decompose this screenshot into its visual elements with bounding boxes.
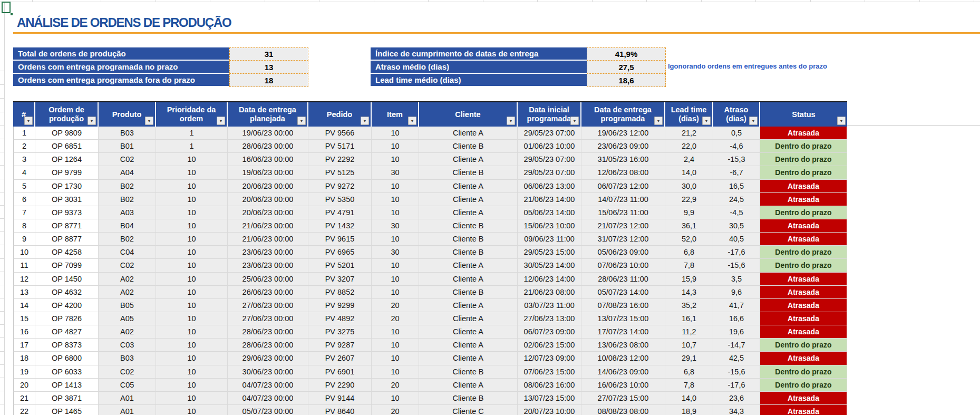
table-cell[interactable]: 11,2 bbox=[665, 325, 713, 339]
table-cell[interactable]: 20 bbox=[372, 312, 419, 325]
table-cell[interactable]: 28/06/23 00:00 bbox=[228, 140, 308, 153]
table-cell[interactable]: 19 bbox=[13, 365, 35, 379]
table-cell[interactable]: 10 bbox=[372, 325, 419, 339]
table-cell[interactable]: 1 bbox=[156, 127, 228, 140]
status-cell[interactable]: Atrasada bbox=[760, 325, 847, 339]
table-cell[interactable]: 14,0 bbox=[665, 166, 713, 179]
status-cell[interactable]: Dentro do prazo bbox=[760, 365, 847, 379]
table-cell[interactable]: 29/06/23 00:00 bbox=[228, 352, 308, 365]
status-cell[interactable]: Atrasada bbox=[760, 405, 847, 415]
table-cell[interactable]: 10 bbox=[372, 127, 419, 140]
table-cell[interactable]: OP 8771 bbox=[35, 219, 99, 233]
table-cell[interactable]: OP 1730 bbox=[35, 180, 99, 193]
table-cell[interactable]: 21,2 bbox=[665, 127, 713, 140]
table-cell[interactable]: 20 bbox=[13, 379, 35, 392]
table-cell[interactable]: 10 bbox=[156, 180, 228, 193]
table-cell[interactable]: OP 1264 bbox=[35, 153, 99, 166]
table-cell[interactable]: Cliente A bbox=[419, 299, 518, 312]
table-cell[interactable]: 6,8 bbox=[665, 365, 713, 379]
status-cell[interactable]: Atrasada bbox=[760, 233, 847, 246]
table-cell[interactable]: 29/05/23 15:00 bbox=[518, 246, 581, 259]
table-cell[interactable]: 1 bbox=[13, 127, 35, 140]
table-cell[interactable]: 10 bbox=[372, 153, 419, 166]
table-cell[interactable]: 10 bbox=[156, 246, 228, 259]
table-cell[interactable]: 08/06/23 16:00 bbox=[518, 379, 581, 392]
table-cell[interactable]: A02 bbox=[99, 273, 156, 286]
table-cell[interactable]: 24,5 bbox=[713, 193, 760, 206]
table-cell[interactable]: C02 bbox=[99, 153, 156, 166]
table-cell[interactable]: OP 4200 bbox=[35, 299, 99, 312]
table-cell[interactable]: C02 bbox=[99, 365, 156, 379]
table-cell[interactable]: PV 9144 bbox=[308, 392, 372, 405]
table-cell[interactable]: 35,2 bbox=[665, 299, 713, 312]
table-cell[interactable]: 13 bbox=[13, 286, 35, 299]
table-cell[interactable]: 29/05/23 07:00 bbox=[518, 166, 581, 179]
summary-value[interactable]: 13 bbox=[229, 60, 308, 74]
table-cell[interactable]: 10 bbox=[372, 365, 419, 379]
table-cell[interactable]: 07/08/23 16:00 bbox=[581, 299, 665, 312]
table-cell[interactable]: 18 bbox=[13, 352, 35, 365]
table-cell[interactable]: 20/07/23 10:00 bbox=[518, 405, 581, 415]
table-cell[interactable]: 31/07/23 12:00 bbox=[581, 233, 665, 246]
status-cell[interactable]: Atrasada bbox=[760, 392, 847, 405]
filter-dropdown-icon[interactable]: ▼ bbox=[837, 117, 846, 125]
table-cell[interactable]: 08/08/23 08:00 bbox=[581, 405, 665, 415]
table-cell[interactable]: B02 bbox=[99, 233, 156, 246]
table-cell[interactable]: 19/06/23 12:00 bbox=[581, 127, 665, 140]
table-cell[interactable]: PV 1432 bbox=[308, 219, 372, 233]
table-cell[interactable]: Cliente A bbox=[419, 339, 518, 352]
table-cell[interactable]: PV 4892 bbox=[308, 312, 372, 325]
table-cell[interactable]: OP 1465 bbox=[35, 405, 99, 415]
table-cell[interactable]: Cliente A bbox=[419, 127, 518, 140]
table-cell[interactable]: 10 bbox=[156, 405, 228, 415]
table-cell[interactable]: 34,3 bbox=[713, 405, 760, 415]
status-cell[interactable]: Dentro do prazo bbox=[760, 140, 847, 153]
table-cell[interactable]: 21/06/23 00:00 bbox=[228, 233, 308, 246]
table-cell[interactable]: 15 bbox=[13, 312, 35, 325]
table-cell[interactable]: 23/06/23 00:00 bbox=[228, 246, 308, 259]
table-cell[interactable]: 30/05/23 14:00 bbox=[518, 259, 581, 272]
table-cell[interactable]: -17,6 bbox=[713, 379, 760, 392]
table-cell[interactable]: B04 bbox=[99, 219, 156, 233]
table-cell[interactable]: 10 bbox=[372, 273, 419, 286]
table-cell[interactable]: 16/06/23 00:00 bbox=[228, 153, 308, 166]
table-cell[interactable]: OP 9809 bbox=[35, 127, 99, 140]
table-cell[interactable]: 30/06/23 00:00 bbox=[228, 365, 308, 379]
table-cell[interactable]: 17/07/23 14:00 bbox=[581, 325, 665, 339]
filter-dropdown-icon[interactable]: ▼ bbox=[297, 117, 306, 125]
status-cell[interactable]: Atrasada bbox=[760, 219, 847, 233]
table-cell[interactable]: 23/06/23 09:00 bbox=[581, 140, 665, 153]
table-cell[interactable]: 27/06/23 00:00 bbox=[228, 299, 308, 312]
table-cell[interactable]: PV 6965 bbox=[308, 246, 372, 259]
table-cell[interactable]: Cliente A bbox=[419, 325, 518, 339]
filter-dropdown-icon[interactable]: ▼ bbox=[145, 117, 153, 125]
table-cell[interactable]: B02 bbox=[99, 193, 156, 206]
table-cell[interactable]: 14/07/23 11:00 bbox=[581, 193, 665, 206]
table-cell[interactable]: PV 9615 bbox=[308, 233, 372, 246]
table-cell[interactable]: 16/06/23 10:00 bbox=[581, 379, 665, 392]
table-cell[interactable]: 21/06/23 08:00 bbox=[518, 286, 581, 299]
table-cell[interactable]: 05/07/23 00:00 bbox=[228, 405, 308, 415]
table-cell[interactable]: 28/06/23 00:00 bbox=[228, 339, 308, 352]
table-cell[interactable]: A04 bbox=[99, 166, 156, 179]
filter-dropdown-icon[interactable]: ▼ bbox=[702, 117, 711, 125]
table-cell[interactable]: PV 3275 bbox=[308, 325, 372, 339]
table-cell[interactable]: 20/06/23 00:00 bbox=[228, 206, 308, 219]
table-cell[interactable]: 15/06/23 11:00 bbox=[581, 206, 665, 219]
table-cell[interactable]: 12/07/23 09:00 bbox=[518, 352, 581, 365]
filter-dropdown-icon[interactable]: ▼ bbox=[408, 117, 416, 125]
table-cell[interactable]: 10 bbox=[372, 193, 419, 206]
filter-dropdown-icon[interactable]: ▼ bbox=[217, 117, 225, 125]
table-cell[interactable]: 10 bbox=[156, 259, 228, 272]
status-cell[interactable]: Atrasada bbox=[760, 180, 847, 193]
summary-value[interactable]: 27,5 bbox=[587, 60, 666, 74]
table-cell[interactable]: OP 1413 bbox=[35, 379, 99, 392]
status-cell[interactable]: Dentro do prazo bbox=[760, 153, 847, 166]
table-cell[interactable]: 10 bbox=[156, 233, 228, 246]
filter-dropdown-icon[interactable]: ▼ bbox=[570, 117, 579, 125]
filter-dropdown-icon[interactable]: ▼ bbox=[24, 117, 33, 125]
table-cell[interactable]: PV 9299 bbox=[308, 299, 372, 312]
table-cell[interactable]: 03/07/23 11:00 bbox=[518, 299, 581, 312]
summary-value[interactable]: 18 bbox=[229, 73, 308, 87]
table-cell[interactable]: Cliente B bbox=[419, 140, 518, 153]
